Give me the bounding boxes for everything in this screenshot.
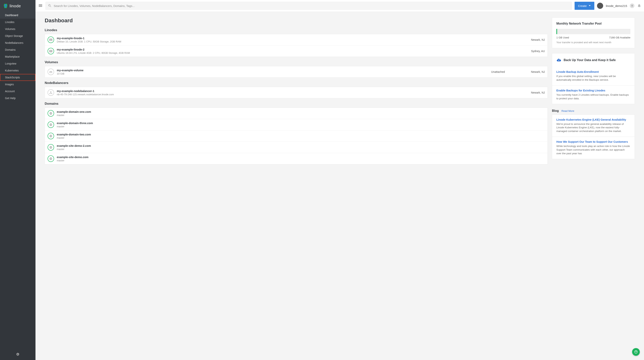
transfer-note: Your transfer is prorated and will reset… — [556, 41, 630, 44]
sidebar-item-get-help[interactable]: Get Help — [0, 95, 36, 102]
blog-post[interactable]: How We Support Our Team to Support Our C… — [552, 137, 635, 159]
linode-name: my-example-linode-1 — [57, 37, 522, 40]
disk-icon — [48, 69, 54, 75]
domain-row[interactable]: example-site-demo.com master — [45, 153, 548, 164]
settings-gear-icon[interactable] — [16, 352, 20, 356]
sidebar-item-account[interactable]: Account — [0, 88, 36, 95]
nodebalancers-panel: my-example-nodebalancer-1 nb-45-79-246-1… — [45, 87, 548, 98]
nodebalancer-row[interactable]: my-example-nodebalancer-1 nb-45-79-246-1… — [45, 87, 548, 98]
create-button[interactable]: Create — [574, 2, 594, 10]
search-bar[interactable] — [46, 2, 572, 10]
bell-icon[interactable] — [637, 4, 641, 8]
brand-logo-icon — [4, 4, 8, 9]
globe-icon — [48, 110, 54, 117]
volume-status: Unattached — [491, 70, 522, 73]
server-icon — [48, 37, 54, 43]
blog-post-title[interactable]: Linode Kubernetes Engine (LKE) General A… — [556, 118, 630, 121]
globe-icon — [48, 144, 54, 151]
volumes-panel: my-example-volume 10 GiB Unattached Newa… — [45, 66, 548, 78]
domain-name: example-site-demo-2.com — [57, 144, 545, 147]
transfer-progress-bar — [556, 29, 630, 34]
sidebar-item-stackscripts[interactable]: StackScripts — [0, 74, 36, 81]
domain-name: example-domain-two.com — [57, 133, 545, 136]
search-input[interactable] — [54, 4, 570, 8]
sidebar-item-object-storage[interactable]: Object Storage — [0, 33, 36, 39]
sidebar-item-kubernetes[interactable]: Kubernetes — [0, 67, 36, 74]
domain-row[interactable]: example-site-demo-2.com master — [45, 142, 548, 153]
sidebar-item-nodebalancers[interactable]: NodeBalancers — [0, 39, 36, 46]
volume-row[interactable]: my-example-volume 10 GiB Unattached Newa… — [45, 66, 548, 77]
svg-rect-4 — [50, 50, 52, 51]
globe-icon — [48, 133, 54, 139]
help-fab[interactable] — [632, 348, 640, 356]
sidebar-item-images[interactable]: Images — [0, 81, 36, 88]
backup-link-desc: If you enable this global setting, new L… — [556, 75, 630, 82]
transfer-used: 1 GB Used — [556, 36, 569, 39]
topbar: Create linode_demo215 0 — [36, 0, 644, 12]
domain-name: example-domain-one.com — [57, 110, 545, 113]
sidebar-item-linodes[interactable]: Linodes — [0, 19, 36, 26]
blog-post-desc: We're proud to announce the general avai… — [556, 122, 630, 133]
sidebar-item-domains[interactable]: Domains — [0, 46, 36, 53]
backup-link-title[interactable]: Linode Backup Auto-Enrollment — [556, 70, 630, 73]
linode-row[interactable]: my-example-linode-2 Ubuntu 18.04 LTS, Li… — [45, 46, 548, 57]
domain-name: example-site-demo.com — [57, 156, 545, 159]
notification-count-badge[interactable]: 0 — [630, 4, 634, 8]
transfer-pool-card: Monthly Network Transfer Pool 1 GB Used … — [552, 18, 635, 48]
sidebar-item-volumes[interactable]: Volumes — [0, 26, 36, 33]
blog-post-desc: While technology and tools play an activ… — [556, 144, 630, 155]
blog-title: Blog — [552, 109, 559, 113]
backup-auto-enroll-card[interactable]: Linode Backup Auto-Enrollment If you ena… — [552, 67, 635, 85]
linode-row[interactable]: my-example-linode-1 Debian 10, Linode 2G… — [45, 34, 548, 46]
menu-toggle-icon[interactable] — [38, 3, 43, 9]
domain-name: example-domain-three.com — [57, 122, 545, 125]
nodebalancer-name: my-example-nodebalancer-1 — [57, 90, 522, 93]
avatar[interactable] — [597, 3, 603, 9]
backup-existing-card[interactable]: Enable Backups for Existing Linodes You … — [552, 85, 635, 104]
page-title: Dashboard — [45, 18, 548, 24]
domains-panel: example-domain-one.com master example-do… — [45, 108, 548, 164]
backup-header-text: Back Up Your Data and Keep it Safe — [564, 58, 616, 62]
volume-detail: 10 GiB — [57, 72, 491, 75]
domain-detail: master — [57, 148, 545, 151]
sidebar: linode Dashboard Linodes Volumes Object … — [0, 0, 36, 360]
sidebar-item-dashboard[interactable]: Dashboard — [0, 12, 36, 19]
domain-row[interactable]: example-domain-two.com master — [45, 130, 548, 142]
linode-detail: Debian 10, Linode 2GB: 1 CPU, 50GB Stora… — [57, 40, 522, 43]
brand[interactable]: linode — [0, 0, 36, 12]
volume-name: my-example-volume — [57, 69, 491, 72]
sidebar-item-longview[interactable]: Longview — [0, 60, 36, 67]
svg-marker-1 — [4, 4, 6, 7]
nodebalancer-detail: nb-45-79-246-115.newark.nodebalancer.lin… — [57, 93, 522, 96]
create-button-label: Create — [578, 4, 587, 8]
section-title-volumes: Volumes — [45, 60, 548, 64]
backup-header-card: Back Up Your Data and Keep it Safe — [552, 53, 635, 67]
globe-icon — [48, 155, 54, 162]
section-title-linodes: Linodes — [45, 28, 548, 32]
cloud-upload-icon — [556, 58, 561, 63]
svg-rect-3 — [50, 40, 52, 41]
balancer-icon — [48, 89, 54, 96]
domain-row[interactable]: example-domain-three.com master — [45, 119, 548, 130]
backup-link-title[interactable]: Enable Backups for Existing Linodes — [556, 89, 630, 92]
linode-location: Newark, NJ — [522, 38, 545, 41]
transfer-title: Monthly Network Transfer Pool — [556, 22, 630, 25]
volume-location: Newark, NJ — [522, 70, 545, 73]
server-icon — [48, 48, 54, 54]
linode-name: my-example-linode-2 — [57, 48, 522, 51]
linode-detail: Ubuntu 18.04 LTS, Linode 4GB: 2 CPU, 80G… — [57, 52, 522, 54]
svg-rect-5 — [50, 51, 52, 52]
chevron-down-icon — [588, 5, 591, 7]
domain-row[interactable]: example-domain-one.com master — [45, 108, 548, 119]
svg-point-16 — [636, 352, 636, 353]
username[interactable]: linode_demo215 — [606, 4, 627, 8]
transfer-available: 7166 GB Available — [609, 36, 630, 39]
search-icon — [48, 4, 52, 8]
globe-icon — [48, 121, 54, 128]
section-title-nodebalancers: NodeBalancers — [45, 81, 548, 85]
blog-post[interactable]: Linode Kubernetes Engine (LKE) General A… — [552, 114, 635, 137]
sidebar-item-marketplace[interactable]: Marketplace — [0, 53, 36, 60]
blog-read-more-link[interactable]: Read More — [562, 109, 574, 112]
linode-location: Sydney, AU — [522, 50, 545, 53]
blog-post-title[interactable]: How We Support Our Team to Support Our C… — [556, 140, 630, 143]
